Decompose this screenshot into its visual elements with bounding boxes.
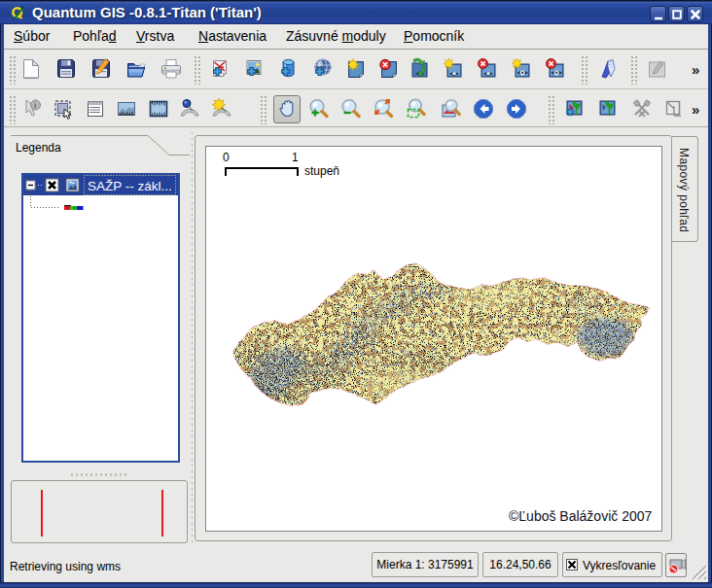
svg-text:SAŽP -- zákl...: SAŽP -- zákl...	[88, 179, 172, 193]
